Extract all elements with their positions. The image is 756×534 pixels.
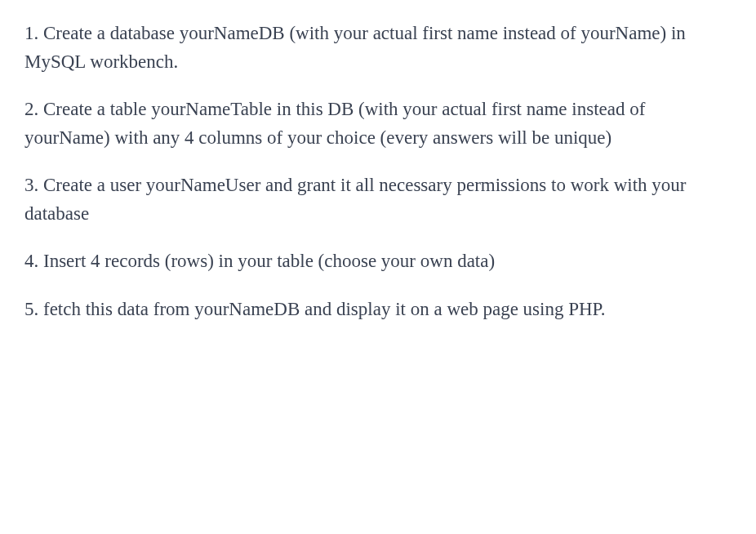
instruction-step-4: 4. Insert 4 records (rows) in your table…: [24, 247, 732, 276]
instruction-step-5: 5. fetch this data from yourNameDB and d…: [24, 296, 732, 324]
instruction-step-2: 2. Create a table yourNameTable in this …: [24, 96, 732, 152]
instruction-step-3: 3. Create a user yourNameUser and grant …: [24, 171, 732, 228]
instruction-step-1: 1. Create a database yourNameDB (with yo…: [24, 20, 732, 76]
